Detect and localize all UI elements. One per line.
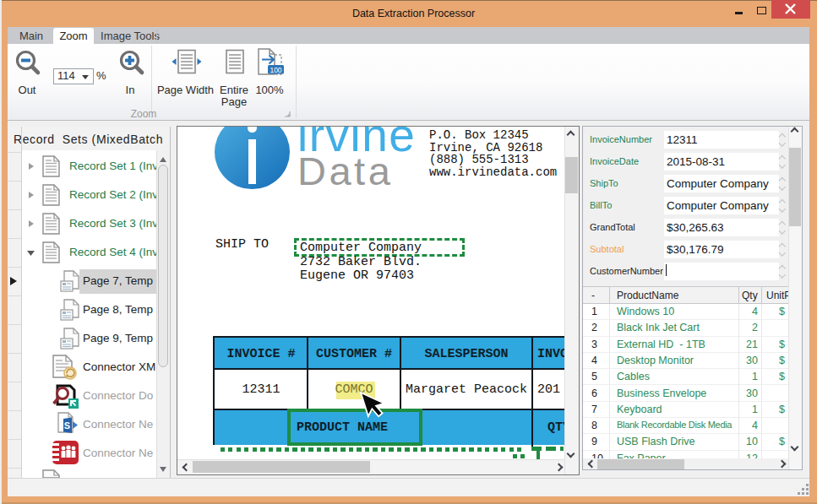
svg-text:100: 100 — [270, 66, 281, 74]
svg-text:S: S — [64, 420, 70, 431]
